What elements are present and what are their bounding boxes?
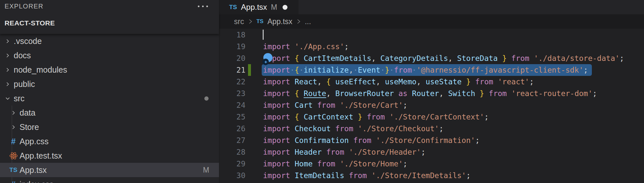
token: import [263,42,290,51]
token: './Store/Checkout' [358,124,439,133]
token [335,160,340,168]
token: ; [620,54,624,63]
code-line-text: import Home from './Store/Home'; [263,158,407,170]
token: './Store/Header' [349,148,421,156]
tree-item-App.css[interactable]: #App.css [0,134,219,148]
code-line-28[interactable]: 28import Header from './Store/Header'; [219,146,644,158]
tree-item-node_modules[interactable]: node_modules [0,63,219,77]
code-line-25[interactable]: 25import { CartContext } from './Store/C… [219,111,644,123]
project-section-header[interactable]: REACT-STORE [0,12,219,34]
explorer-titlebar: EXPLORER [0,0,219,12]
chevron-down-icon [3,91,12,106]
token [290,101,295,109]
code-line-text: import Header from './Store/Header'; [263,146,426,158]
code-line-text: import Cart from './Store/Cart'; [263,99,407,111]
token: Checkout [295,124,331,133]
code-line-19[interactable]: 19import './App.css'; [219,41,644,52]
code-line-23[interactable]: 23import { Route, BrowserRouter as Route… [219,88,644,99]
chevron-right-icon [3,48,12,63]
token: , [349,66,353,74]
tree-item-.vscode[interactable]: .vscode [0,34,219,48]
token [385,113,389,121]
tree-item-label: docs [14,51,31,60]
tree-item-public[interactable]: public [0,77,219,91]
token: · [412,66,417,74]
tree-item-src[interactable]: src [0,91,219,106]
code-line-22[interactable]: 22import React, { useEffect, useMemo, us… [219,76,644,88]
tree-item-data[interactable]: data [0,106,219,120]
token [313,101,317,109]
tree-item-label: App.tsx [20,165,47,175]
selection-highlight: import·{·initialize,·Event·}·from·'@harn… [262,64,592,76]
token: Header [295,148,322,156]
token [335,101,340,109]
code-line-20[interactable]: 20import { CartItemDetails, CategoryDeta… [219,52,644,64]
typescript-icon: TS [229,4,237,11]
tree-item-App.tsx[interactable]: TSApp.tsxM [0,163,219,177]
code-line-26[interactable]: 26import Checkout from './Store/Checkout… [219,123,644,134]
code-line-27[interactable]: 27import Confirmation from './Store/Conf… [219,134,644,146]
token: ; [466,171,471,180]
editor-tabstrip: TS App.tsx M [219,0,644,14]
token: 'react-router-dom' [511,89,593,98]
token: , [371,54,376,63]
dirty-dot-icon[interactable] [283,5,287,10]
token: './Store/Cart' [340,101,403,109]
tree-item-index.css[interactable]: #index.css [0,177,219,183]
token: import [263,136,290,145]
breadcrumb-segment-src[interactable]: src [234,17,244,26]
token [367,171,372,180]
explorer-sidebar: EXPLORER REACT-STORE .vscodedocsnode_mod… [0,0,219,183]
token: Route [304,89,326,98]
token: React [295,77,317,86]
token [313,160,317,168]
code-line-18[interactable]: 18 [219,29,644,41]
line-number: 24 [219,99,245,111]
tree-item-Store[interactable]: Store [0,120,219,134]
breadcrumb-segment-more[interactable]: ... [305,17,311,26]
line-number: 26 [219,123,245,134]
tree-item-label: public [14,79,35,89]
code-line-29[interactable]: 29import Home from './Store/Home'; [219,158,644,170]
ellipsis-icon[interactable] [198,6,208,7]
tree-item-label: index.css [20,180,53,183]
line-number: 30 [219,170,245,181]
text-cursor [263,30,264,40]
token: import [263,89,290,98]
token: './data/store-data' [534,54,620,63]
tab-title: App.tsx [241,3,267,12]
token: from [475,77,493,86]
token [461,77,466,86]
token [290,77,295,86]
chevron-right-icon [3,77,12,91]
tab-app-tsx[interactable]: TS App.tsx M [219,0,299,14]
token: './App.css' [295,42,344,51]
breadcrumb-segment-file[interactable]: App.tsx [267,17,292,26]
code-line-text: import { Route, BrowserRouter as Router,… [263,88,597,99]
token: as [399,89,408,98]
line-number: 22 [219,76,245,88]
code-line-24[interactable]: 24import Cart from './Store/Cart'; [219,99,644,111]
token [376,54,380,63]
tree-item-App.test.tsx[interactable]: App.test.tsx [0,148,219,163]
code-editor[interactable]: 1819import './App.css';20import { CartIt… [219,29,644,183]
token: './Store/CartContext' [389,113,484,121]
token: ; [421,148,426,156]
token: './Store/Confirmation' [376,136,475,145]
lightbulb-icon[interactable] [263,53,274,68]
tree-item-label: App.css [20,137,49,146]
token [493,77,498,86]
token [290,42,295,51]
project-name: REACT-STORE [5,19,55,27]
token [349,136,353,145]
code-line-21[interactable]: 21import·{·initialize,·Event·}·from·'@ha… [219,64,644,76]
line-number: 27 [219,134,245,146]
token: , [376,77,380,86]
tree-item-docs[interactable]: docs [0,48,219,63]
token: from [317,101,335,109]
token: } [385,66,389,74]
line-number: 23 [219,88,245,99]
token: import [263,171,290,180]
token: '@harnessio/ff-javascript-client-sdk' [417,66,583,74]
code-line-30[interactable]: 30import ItemDetails from './Store/ItemD… [219,170,644,181]
